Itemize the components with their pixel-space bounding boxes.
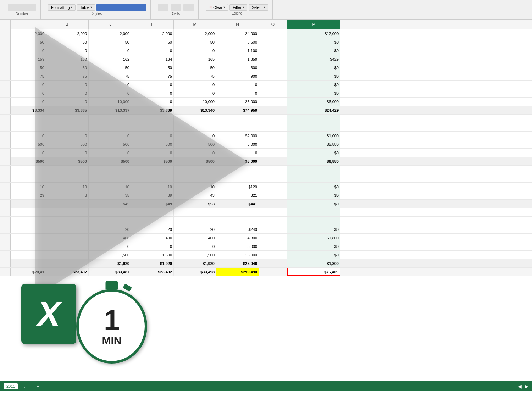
col-header-n[interactable]: N <box>216 20 259 29</box>
cell[interactable]: $1,920 <box>131 259 174 267</box>
cell[interactable]: $0 <box>287 81 340 89</box>
select-button[interactable]: Select ▾ <box>249 4 268 11</box>
cell[interactable]: $6,880 <box>287 157 340 165</box>
cell[interactable]: $0 <box>287 225 340 233</box>
cell[interactable]: $0 <box>287 63 340 72</box>
cell[interactable]: 20 <box>89 225 131 233</box>
cell[interactable] <box>259 81 287 89</box>
cell[interactable] <box>259 234 287 242</box>
cell[interactable] <box>46 208 89 216</box>
cell[interactable] <box>259 123 287 131</box>
cell[interactable]: 0 <box>89 46 131 55</box>
cell[interactable]: 0 <box>174 132 216 140</box>
cell[interactable] <box>174 208 216 216</box>
cell[interactable]: $3,334 <box>11 106 46 114</box>
cell[interactable]: 2,000 <box>131 29 174 38</box>
cell[interactable]: 50 <box>46 38 89 46</box>
cell[interactable]: 0 <box>89 149 131 157</box>
table-row[interactable]: 1,5001,5001,50015,000$0 <box>0 251 532 259</box>
cell[interactable]: 50 <box>11 63 46 72</box>
table-row[interactable]: 1010101010$120$0 <box>0 183 532 191</box>
table-row[interactable]: 4004004004,800$1,800 <box>0 234 532 242</box>
cell[interactable] <box>259 225 287 233</box>
cell[interactable]: $0 <box>287 200 340 208</box>
cell[interactable]: 0 <box>46 46 89 55</box>
cell[interactable] <box>11 242 46 250</box>
table-row[interactable]: 000000$0 <box>0 149 532 157</box>
cell[interactable]: 29 <box>11 191 46 199</box>
cell[interactable]: 400 <box>131 234 174 242</box>
cell[interactable] <box>287 166 340 174</box>
cell[interactable]: $8,000 <box>216 157 259 165</box>
table-row[interactable] <box>0 166 532 174</box>
cell[interactable]: $500 <box>131 157 174 165</box>
cell[interactable] <box>46 200 89 208</box>
table-row[interactable]: 000001,100$0 <box>0 46 532 55</box>
table-row[interactable] <box>0 174 532 183</box>
cell[interactable]: $6,000 <box>287 98 340 106</box>
cell[interactable] <box>11 174 46 182</box>
table-row[interactable]: $1,920$1,920$1,920$25,040$1,800 <box>0 259 532 268</box>
cell[interactable] <box>11 200 46 208</box>
cell[interactable]: 900 <box>216 72 259 80</box>
cell[interactable] <box>287 208 340 216</box>
cell[interactable] <box>174 123 216 131</box>
cell[interactable]: 0 <box>131 149 174 157</box>
cell[interactable]: $0 <box>287 89 340 97</box>
filter-button[interactable]: Filter ▾ <box>229 4 247 11</box>
cell[interactable] <box>259 106 287 114</box>
cell[interactable]: $500 <box>11 157 46 165</box>
cell[interactable] <box>259 46 287 55</box>
cell[interactable]: 50 <box>89 63 131 72</box>
cell[interactable]: $299,490 <box>216 268 259 276</box>
cell[interactable] <box>174 217 216 225</box>
cell[interactable]: $0 <box>287 242 340 250</box>
cell[interactable]: $5,880 <box>287 140 340 148</box>
cell[interactable] <box>259 115 287 123</box>
cell[interactable]: 10 <box>89 183 131 191</box>
cell[interactable] <box>259 89 287 97</box>
cell[interactable] <box>89 217 131 225</box>
cell[interactable]: $1,800 <box>287 234 340 242</box>
cell[interactable]: 8,500 <box>216 38 259 46</box>
cell[interactable] <box>259 268 287 276</box>
cell[interactable]: 50 <box>89 38 131 46</box>
cell[interactable]: 0 <box>174 242 216 250</box>
cell[interactable]: $33,498 <box>174 268 216 276</box>
cell[interactable]: 0 <box>131 242 174 250</box>
cell[interactable]: 10 <box>131 183 174 191</box>
cell[interactable]: $13,340 <box>174 106 216 114</box>
cell[interactable]: 500 <box>46 140 89 148</box>
col-header-i[interactable]: I <box>11 20 46 29</box>
cell[interactable]: $441 <box>216 200 259 208</box>
cell[interactable] <box>46 217 89 225</box>
cell[interactable]: $12,000 <box>287 29 340 38</box>
cell[interactable]: $33,487 <box>89 268 131 276</box>
cell[interactable]: 24,000 <box>216 29 259 38</box>
cell[interactable]: $0 <box>287 191 340 199</box>
cell[interactable]: 600 <box>216 63 259 72</box>
cell[interactable]: 3 <box>46 191 89 199</box>
table-row[interactable]: 00000$2,000$1,000 <box>0 132 532 140</box>
cell[interactable]: 0 <box>46 149 89 157</box>
cell[interactable] <box>131 166 174 174</box>
cell[interactable] <box>287 174 340 182</box>
cell[interactable] <box>259 191 287 199</box>
cell[interactable] <box>131 217 174 225</box>
cell[interactable]: $24,429 <box>287 106 340 114</box>
cell[interactable] <box>216 115 259 123</box>
cell[interactable]: 0 <box>131 132 174 140</box>
cell[interactable] <box>174 166 216 174</box>
table-row[interactable]: 5050505050600$0 <box>0 63 532 72</box>
cell[interactable]: $3,335 <box>46 106 89 114</box>
cell[interactable] <box>11 166 46 174</box>
cell[interactable]: 0 <box>174 149 216 157</box>
formatting-button[interactable]: Formatting ▾ <box>48 4 76 11</box>
clear-button[interactable]: ✕ Clear ▾ <box>206 4 228 11</box>
cell[interactable]: $45 <box>89 200 131 208</box>
table-row[interactable]: 5005005005005006,000$5,880 <box>0 140 532 149</box>
cell[interactable]: $429 <box>287 55 340 63</box>
cell[interactable]: 1,500 <box>174 251 216 259</box>
cell[interactable]: 0 <box>131 89 174 97</box>
cell[interactable]: 500 <box>11 140 46 148</box>
